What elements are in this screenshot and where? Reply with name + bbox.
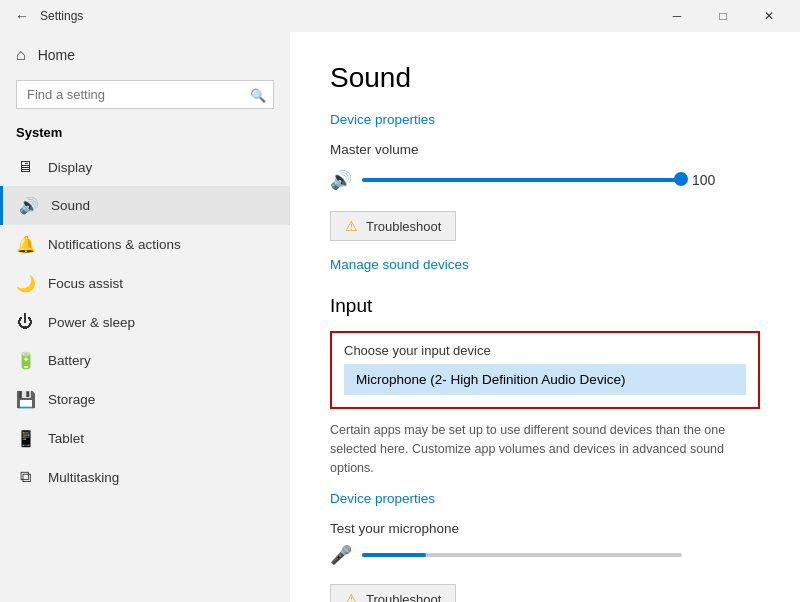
sidebar-item-label: Multitasking — [48, 470, 119, 485]
sidebar-item-label: Sound — [51, 198, 90, 213]
microphone-icon: 🎤 — [330, 544, 352, 566]
storage-icon: 💾 — [16, 390, 34, 409]
input-device-box: Choose your input device Microphone (2- … — [330, 331, 760, 409]
mic-level-bar — [362, 553, 682, 557]
minimize-button[interactable]: ─ — [654, 0, 700, 32]
sidebar: ⌂ Home 🔍 System 🖥 Display 🔊 Sound 🔔 Noti… — [0, 32, 290, 602]
display-icon: 🖥 — [16, 158, 34, 176]
multitasking-icon: ⧉ — [16, 468, 34, 486]
sound-icon: 🔊 — [19, 196, 37, 215]
sidebar-item-power[interactable]: ⏻ Power & sleep — [0, 303, 290, 341]
master-volume-label: Master volume — [330, 142, 760, 157]
troubleshoot-label: Troubleshoot — [366, 219, 441, 234]
input-device-dropdown[interactable]: Microphone (2- High Definition Audio Dev… — [344, 364, 746, 395]
sidebar-item-sound[interactable]: 🔊 Sound — [0, 186, 290, 225]
sidebar-home[interactable]: ⌂ Home — [0, 36, 290, 74]
titlebar: ← Settings ─ □ ✕ — [0, 0, 800, 32]
volume-icon: 🔊 — [330, 169, 352, 191]
sidebar-item-label: Focus assist — [48, 276, 123, 291]
mic-test-row: 🎤 — [330, 544, 760, 566]
sidebar-item-label: Display — [48, 160, 92, 175]
volume-slider-fill — [362, 178, 682, 182]
search-input[interactable] — [16, 80, 274, 109]
sidebar-item-label: Tablet — [48, 431, 84, 446]
sidebar-item-label: Notifications & actions — [48, 237, 181, 252]
mic-level-fill — [362, 553, 426, 557]
volume-value: 100 — [692, 172, 722, 188]
back-button[interactable]: ← — [8, 2, 36, 30]
app-body: ⌂ Home 🔍 System 🖥 Display 🔊 Sound 🔔 Noti… — [0, 32, 800, 602]
search-box: 🔍 — [16, 80, 274, 109]
troubleshoot-label-2: Troubleshoot — [366, 592, 441, 602]
power-icon: ⏻ — [16, 313, 34, 331]
notifications-icon: 🔔 — [16, 235, 34, 254]
battery-icon: 🔋 — [16, 351, 34, 370]
home-icon: ⌂ — [16, 46, 26, 64]
window-controls: ─ □ ✕ — [654, 0, 792, 32]
troubleshoot-button-2[interactable]: ⚠ Troubleshoot — [330, 584, 456, 602]
tablet-icon: 📱 — [16, 429, 34, 448]
device-properties-link[interactable]: Device properties — [330, 112, 435, 127]
troubleshoot-button[interactable]: ⚠ Troubleshoot — [330, 211, 456, 241]
device-properties-link2[interactable]: Device properties — [330, 491, 435, 506]
sidebar-item-display[interactable]: 🖥 Display — [0, 148, 290, 186]
choose-input-label: Choose your input device — [344, 343, 746, 358]
close-button[interactable]: ✕ — [746, 0, 792, 32]
sidebar-item-label: Battery — [48, 353, 91, 368]
sidebar-item-label: Power & sleep — [48, 315, 135, 330]
window-title: Settings — [40, 9, 654, 23]
volume-slider[interactable] — [362, 178, 682, 182]
home-label: Home — [38, 47, 75, 63]
sidebar-item-multitasking[interactable]: ⧉ Multitasking — [0, 458, 290, 496]
test-microphone-label: Test your microphone — [330, 521, 760, 536]
sidebar-item-battery[interactable]: 🔋 Battery — [0, 341, 290, 380]
warning-icon: ⚠ — [345, 218, 358, 234]
page-title: Sound — [330, 62, 760, 94]
sidebar-item-label: Storage — [48, 392, 95, 407]
search-icon: 🔍 — [250, 87, 266, 102]
volume-row: 🔊 100 — [330, 169, 760, 191]
manage-sound-devices-link[interactable]: Manage sound devices — [330, 257, 469, 272]
volume-slider-thumb — [674, 172, 688, 186]
focus-icon: 🌙 — [16, 274, 34, 293]
sidebar-item-focus[interactable]: 🌙 Focus assist — [0, 264, 290, 303]
warning-icon-2: ⚠ — [345, 591, 358, 602]
info-text: Certain apps may be set up to use differ… — [330, 421, 750, 477]
input-section-title: Input — [330, 295, 760, 317]
content-area: Sound Device properties Master volume 🔊 … — [290, 32, 800, 602]
sidebar-item-notifications[interactable]: 🔔 Notifications & actions — [0, 225, 290, 264]
sidebar-item-tablet[interactable]: 📱 Tablet — [0, 419, 290, 458]
sidebar-section-title: System — [0, 119, 290, 148]
maximize-button[interactable]: □ — [700, 0, 746, 32]
sidebar-item-storage[interactable]: 💾 Storage — [0, 380, 290, 419]
